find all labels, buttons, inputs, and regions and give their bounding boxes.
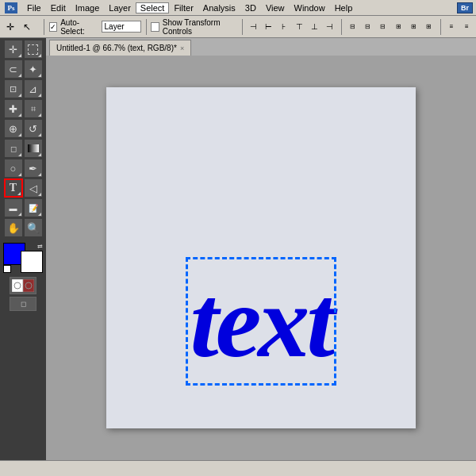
menu-help[interactable]: Help xyxy=(330,2,358,13)
auto-blend-icon[interactable]: ≡ xyxy=(461,20,473,34)
lasso-tool[interactable]: ⊂ xyxy=(4,60,23,79)
tool-row-1: ✛ xyxy=(4,40,43,59)
crop-tool[interactable]: ⊡ xyxy=(4,79,23,98)
path-select-tool[interactable]: ◁ xyxy=(24,178,43,198)
menu-edit[interactable]: Edit xyxy=(46,2,71,13)
quick-mask-button[interactable] xyxy=(10,277,36,294)
menu-select[interactable]: Select xyxy=(136,2,170,13)
align-bottom-icon[interactable]: ⊣ xyxy=(324,20,336,34)
crop-tool-icon: ⊡ xyxy=(10,84,17,94)
magic-wand-icon: ✦ xyxy=(29,63,37,75)
tool-submenu-indicator xyxy=(18,74,21,77)
distribute-2-icon[interactable]: ⊟ xyxy=(362,20,374,34)
align-left-icon[interactable]: ⊣ xyxy=(248,20,259,34)
distribute-5-icon[interactable]: ⊞ xyxy=(408,20,420,34)
white-canvas: text xyxy=(106,87,416,428)
swap-colors-icon[interactable]: ⇄ xyxy=(37,243,43,250)
options-bar: ✛ ↖ ✓ Auto-Select: Layer Show Transform … xyxy=(0,16,476,38)
options-separator-3 xyxy=(242,19,243,35)
zoom-tool[interactable]: 🔍 xyxy=(24,218,43,237)
clone-stamp-tool[interactable]: ⊕ xyxy=(4,119,23,138)
main-layout: ✛ ⊂ ✦ ⊡ ⊿ xyxy=(0,38,476,460)
tool-submenu-indicator xyxy=(38,94,41,97)
menu-analysis[interactable]: Analysis xyxy=(198,2,240,13)
background-color-swatch[interactable] xyxy=(21,251,43,273)
notes-tool[interactable]: 📝 xyxy=(24,198,43,217)
tool-submenu-indicator xyxy=(17,192,21,195)
eyedropper-icon: ⊿ xyxy=(29,83,37,95)
auto-select-checkbox[interactable]: ✓ xyxy=(49,22,57,32)
move-tool-option-icon[interactable]: ✛ xyxy=(3,20,17,34)
arrow-tool-option-icon[interactable]: ↖ xyxy=(20,20,34,34)
options-separator-5 xyxy=(440,19,441,35)
reset-colors-icon[interactable] xyxy=(3,265,11,273)
document-canvas[interactable]: text xyxy=(46,56,476,460)
menu-file[interactable]: File xyxy=(22,2,46,13)
menu-window[interactable]: Window xyxy=(290,2,330,13)
marquee-tool[interactable] xyxy=(24,40,43,59)
tool-submenu-indicator xyxy=(38,213,41,216)
canvas-text: text xyxy=(190,262,332,381)
document-tab-close[interactable]: × xyxy=(180,44,184,52)
screen-mode-button[interactable]: ◻ xyxy=(10,297,36,311)
tool-submenu-indicator xyxy=(18,153,21,156)
tool-row-4: ✚ ⌗ xyxy=(4,99,43,118)
eraser-tool[interactable]: ◻ xyxy=(4,139,23,158)
healing-tool[interactable]: ✚ xyxy=(4,99,23,118)
dodge-icon: ○ xyxy=(10,163,17,175)
transform-controls-checkbox[interactable] xyxy=(151,22,159,32)
move-tool[interactable]: ✛ xyxy=(4,40,23,59)
tool-submenu-indicator xyxy=(38,54,41,57)
menu-layer[interactable]: Layer xyxy=(104,2,136,13)
align-right-icon[interactable]: ⊦ xyxy=(278,20,290,34)
ps-logo-icon: Ps xyxy=(5,2,17,13)
screen-mode-icon: ◻ xyxy=(21,300,26,308)
history-brush-tool[interactable]: ↺ xyxy=(24,119,43,138)
tool-row-6: ◻ xyxy=(4,139,43,158)
shape-tool[interactable]: ▬ xyxy=(4,198,23,217)
tool-submenu-indicator xyxy=(38,113,41,117)
menu-image[interactable]: Image xyxy=(71,2,105,13)
align-center-v-icon[interactable]: ⊥ xyxy=(309,20,321,34)
options-separator-1 xyxy=(44,19,44,35)
gradient-tool[interactable] xyxy=(24,139,43,158)
distribute-3-icon[interactable]: ⊟ xyxy=(377,20,389,34)
tool-submenu-indicator xyxy=(38,74,41,77)
layer-dropdown[interactable]: Layer xyxy=(102,21,141,33)
brush-tool[interactable]: ⌗ xyxy=(24,99,43,118)
align-top-icon[interactable]: ⊤ xyxy=(294,20,305,34)
pen-tool[interactable]: ✒ xyxy=(24,159,43,178)
tool-submenu-indicator xyxy=(18,133,21,136)
distribute-6-icon[interactable]: ⊞ xyxy=(423,20,435,34)
align-center-h-icon[interactable]: ⊢ xyxy=(263,20,274,34)
tool-submenu-indicator xyxy=(18,54,21,57)
auto-align-icon[interactable]: ≡ xyxy=(445,20,457,34)
pen-icon: ✒ xyxy=(29,163,37,175)
tab-bar: Untitled-1 @ 66.7% (text, RGB/8)* × xyxy=(46,38,476,56)
tool-submenu-indicator xyxy=(38,153,41,156)
notes-icon: 📝 xyxy=(29,204,38,213)
tool-row-7: ○ ✒ xyxy=(4,159,43,178)
document-tab[interactable]: Untitled-1 @ 66.7% (text, RGB/8)* × xyxy=(49,40,191,56)
options-separator-4 xyxy=(341,19,342,35)
move-tool-icon: ✛ xyxy=(9,44,17,56)
type-tool[interactable]: T xyxy=(4,178,23,198)
tool-submenu-indicator xyxy=(18,173,21,176)
distribute-1-icon[interactable]: ⊟ xyxy=(346,20,358,34)
hand-tool[interactable]: ✋ xyxy=(4,218,23,237)
history-brush-icon: ↺ xyxy=(29,123,37,135)
dodge-tool[interactable]: ○ xyxy=(4,159,23,178)
tool-row-5: ⊕ ↺ xyxy=(4,119,43,138)
menu-view[interactable]: View xyxy=(261,2,290,13)
gradient-icon xyxy=(28,144,39,152)
path-select-icon: ◁ xyxy=(29,182,37,194)
distribute-4-icon[interactable]: ⊞ xyxy=(393,20,405,34)
menu-filter[interactable]: Filter xyxy=(169,2,198,13)
magic-wand-tool[interactable]: ✦ xyxy=(24,60,43,79)
bridge-button[interactable]: Br xyxy=(457,2,473,13)
menu-3d[interactable]: 3D xyxy=(240,2,261,13)
tool-submenu-indicator xyxy=(18,213,21,216)
marquee-tool-icon xyxy=(28,44,38,55)
transform-controls-label: Show Transform Controls xyxy=(163,18,237,36)
eyedropper-tool[interactable]: ⊿ xyxy=(24,79,43,98)
